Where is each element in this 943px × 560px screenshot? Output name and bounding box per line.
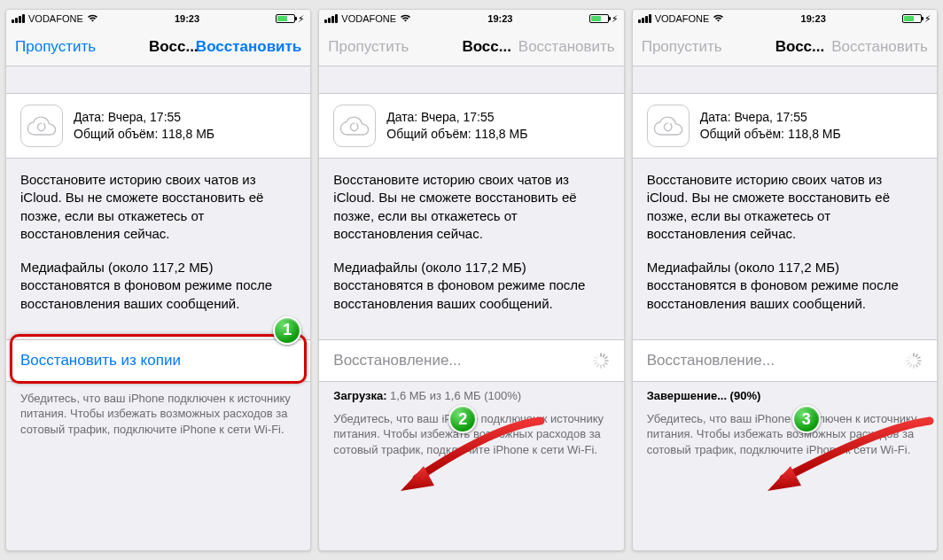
svg-rect-14: [916, 356, 920, 359]
status-bar: VODAFONE 19:23 ⚡︎: [319, 10, 623, 27]
battery-icon: [589, 14, 609, 23]
charging-icon: ⚡︎: [612, 13, 619, 25]
backup-date: Дата: Вчера, 17:55: [700, 109, 841, 126]
restoring-status-label: Восстановление...: [647, 352, 775, 369]
restoring-status-label: Восстановление...: [333, 352, 461, 369]
phone-screen-2: VODAFONE 19:23 ⚡︎ Пропустить Восс... Вос…: [318, 9, 624, 551]
charging-icon: ⚡︎: [298, 13, 305, 25]
signal-icon: [638, 14, 651, 23]
footer-note: Убедитесь, что ваш iPhone подключен к ис…: [319, 402, 623, 458]
svg-rect-23: [909, 354, 912, 357]
svg-rect-2: [604, 356, 607, 359]
content-area: Дата: Вчера, 17:55 Общий объём: 118,8 МБ…: [6, 66, 310, 550]
svg-rect-3: [604, 360, 608, 361]
backup-date: Дата: Вчера, 17:55: [74, 109, 214, 126]
svg-rect-7: [596, 363, 599, 367]
restore-button: Восстановить: [831, 38, 928, 56]
svg-rect-13: [916, 354, 918, 357]
status-bar: VODAFONE 19:23 ⚡︎: [633, 10, 937, 27]
backup-size: Общий объём: 118,8 МБ: [74, 126, 214, 143]
restore-button: Восстановить: [518, 38, 615, 56]
content-area: Дата: Вчера, 17:55 Общий объём: 118,8 МБ…: [319, 66, 623, 550]
signal-icon: [324, 14, 338, 23]
backup-date: Дата: Вчера, 17:55: [386, 109, 527, 126]
svg-rect-17: [916, 363, 918, 367]
svg-rect-1: [602, 354, 604, 357]
restore-explainer-1: Восстановите историю своих чатов из iClo…: [6, 159, 310, 243]
svg-rect-5: [602, 363, 604, 367]
carrier-label: VODAFONE: [341, 13, 396, 24]
cloud-backup-icon: [333, 105, 376, 147]
skip-button[interactable]: Пропустить: [15, 38, 96, 56]
svg-rect-15: [917, 360, 921, 361]
svg-rect-20: [907, 362, 910, 364]
spinner-icon: [592, 352, 610, 369]
svg-rect-4: [604, 362, 607, 364]
skip-button: Пропустить: [642, 38, 722, 56]
svg-rect-12: [913, 353, 914, 356]
cloud-backup-icon: [20, 105, 63, 147]
backup-info-box: Дата: Вчера, 17:55 Общий объём: 118,8 МБ: [319, 93, 623, 159]
backup-size: Общий объём: 118,8 МБ: [386, 126, 527, 143]
restoring-status-cell: Восстановление...: [633, 339, 937, 382]
wifi-icon: [400, 14, 411, 23]
cloud-backup-icon: [647, 105, 690, 147]
svg-rect-11: [596, 354, 599, 357]
footer-note: Убедитесь, что ваш iPhone подключен к ис…: [6, 382, 310, 438]
finish-progress: Завершение... (90%): [633, 382, 937, 402]
restore-explainer-2: Медиафайлы (около 117,2 МБ) восстановятс…: [633, 243, 937, 313]
svg-rect-19: [909, 363, 912, 367]
page-title: Восс...: [149, 38, 199, 56]
svg-rect-16: [916, 362, 920, 364]
restore-explainer-2: Медиафайлы (около 117,2 МБ) восстановятс…: [319, 243, 623, 313]
restore-explainer-1: Восстановите историю своих чатов из iClo…: [633, 159, 937, 243]
page-title: Восс...: [462, 38, 511, 56]
charging-icon: ⚡︎: [924, 13, 931, 25]
restore-button[interactable]: Восстановить: [196, 38, 301, 56]
wifi-icon: [87, 14, 98, 23]
download-progress: Загрузка: 1,6 МБ из 1,6 МБ (100%): [319, 382, 623, 402]
status-bar: VODAFONE 19:23 ⚡︎: [6, 10, 310, 27]
restore-from-backup-button[interactable]: Восстановить из копии: [6, 339, 310, 382]
svg-rect-10: [594, 356, 597, 359]
carrier-label: VODAFONE: [28, 13, 83, 24]
restoring-status-cell: Восстановление...: [319, 339, 623, 382]
clock-label: 19:23: [175, 13, 199, 24]
spinner-icon: [905, 352, 923, 369]
svg-rect-8: [594, 362, 597, 364]
phone-screen-3: VODAFONE 19:23 ⚡︎ Пропустить Восс... Вос…: [632, 9, 938, 551]
svg-rect-22: [907, 356, 910, 359]
page-title: Восс...: [775, 38, 825, 56]
backup-size: Общий объём: 118,8 МБ: [700, 126, 841, 143]
signal-icon: [12, 14, 25, 23]
clock-label: 19:23: [487, 13, 512, 24]
svg-rect-21: [906, 360, 909, 361]
clock-label: 19:23: [801, 13, 826, 24]
wifi-icon: [713, 14, 724, 23]
svg-rect-9: [593, 360, 596, 361]
footer-note: Убедитесь, что ваш iPhone подключен к ис…: [633, 402, 937, 458]
backup-info-box: Дата: Вчера, 17:55 Общий объём: 118,8 МБ: [633, 93, 937, 159]
nav-bar: Пропустить Восс... Восстановить: [6, 27, 310, 66]
restore-explainer-1: Восстановите историю своих чатов из iClo…: [319, 159, 623, 243]
svg-rect-18: [913, 364, 914, 368]
svg-rect-6: [600, 364, 601, 368]
svg-rect-0: [600, 353, 601, 356]
skip-button: Пропустить: [328, 38, 409, 56]
restore-from-backup-label: Восстановить из копии: [20, 352, 181, 369]
carrier-label: VODAFONE: [655, 13, 710, 24]
battery-icon: [276, 14, 295, 23]
content-area: Дата: Вчера, 17:55 Общий объём: 118,8 МБ…: [633, 66, 937, 550]
backup-info-box: Дата: Вчера, 17:55 Общий объём: 118,8 МБ: [6, 93, 310, 159]
phone-screen-1: VODAFONE 19:23 ⚡︎ Пропустить Восс... Вос…: [5, 9, 311, 551]
restore-explainer-2: Медиафайлы (около 117,2 МБ) восстановятс…: [6, 243, 310, 313]
battery-icon: [902, 14, 922, 23]
nav-bar: Пропустить Восс... Восстановить: [319, 27, 623, 66]
nav-bar: Пропустить Восс... Восстановить: [633, 27, 937, 66]
